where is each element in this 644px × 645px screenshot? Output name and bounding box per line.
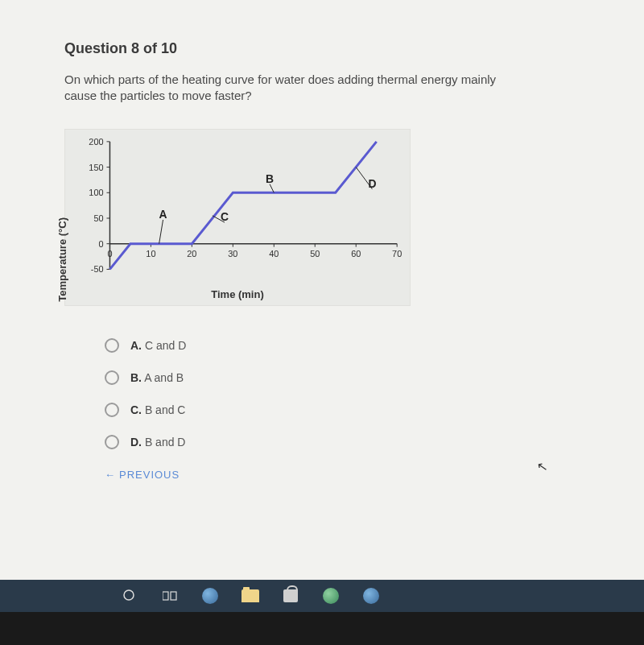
svg-text:40: 40 bbox=[269, 248, 279, 258]
question-title: Question 8 of 10 bbox=[64, 40, 596, 57]
svg-rect-40 bbox=[171, 592, 176, 600]
option-letter: D. bbox=[130, 436, 142, 449]
answer-options: A. C and D B. A and B C. B and C D. B an… bbox=[105, 338, 596, 449]
svg-text:150: 150 bbox=[89, 162, 103, 172]
task-view-icon[interactable] bbox=[161, 587, 179, 605]
svg-text:D: D bbox=[369, 176, 377, 189]
svg-line-33 bbox=[270, 184, 274, 192]
quiz-screen: Question 8 of 10 On which parts of the h… bbox=[0, 0, 644, 612]
radio-icon bbox=[105, 338, 119, 353]
svg-rect-39 bbox=[163, 592, 168, 600]
option-c[interactable]: C. B and C bbox=[105, 403, 596, 417]
option-label: B and D bbox=[145, 436, 186, 449]
svg-text:100: 100 bbox=[89, 188, 103, 197]
arrow-left-icon: ← bbox=[105, 469, 116, 481]
svg-text:10: 10 bbox=[146, 248, 155, 258]
svg-text:200: 200 bbox=[89, 136, 103, 146]
svg-line-31 bbox=[159, 219, 163, 243]
app-icon-2[interactable] bbox=[362, 587, 380, 605]
option-b[interactable]: B. A and B bbox=[105, 370, 596, 385]
svg-point-38 bbox=[124, 590, 134, 600]
radio-icon bbox=[105, 370, 119, 385]
svg-text:B: B bbox=[266, 172, 274, 184]
option-letter: C. bbox=[130, 403, 142, 416]
svg-text:70: 70 bbox=[392, 248, 402, 258]
windows-taskbar[interactable] bbox=[0, 580, 644, 612]
svg-text:60: 60 bbox=[351, 248, 361, 258]
option-letter: B. bbox=[130, 371, 142, 384]
option-d[interactable]: D. B and D bbox=[105, 435, 596, 449]
option-letter: A. bbox=[130, 339, 142, 352]
mouse-cursor-icon: ↖ bbox=[535, 458, 548, 475]
app-icon-1[interactable] bbox=[322, 587, 340, 605]
radio-icon bbox=[105, 435, 119, 449]
svg-text:0: 0 bbox=[98, 238, 103, 248]
chart-svg: -50050100150200010203040506070ABCD bbox=[65, 130, 410, 305]
question-text: On which parts of the heating curve for … bbox=[64, 72, 515, 105]
svg-text:50: 50 bbox=[310, 248, 320, 258]
svg-text:30: 30 bbox=[228, 248, 237, 258]
heating-curve-chart: Temperature (°C) Time (min) -50050100150… bbox=[64, 129, 411, 306]
option-a[interactable]: A. C and D bbox=[105, 338, 596, 353]
option-label: B and C bbox=[145, 403, 186, 416]
radio-icon bbox=[105, 403, 119, 417]
svg-text:A: A bbox=[159, 207, 167, 220]
previous-button[interactable]: ← PREVIOUS bbox=[105, 469, 180, 481]
svg-text:50: 50 bbox=[93, 213, 103, 222]
svg-text:20: 20 bbox=[187, 248, 196, 258]
store-icon[interactable] bbox=[282, 587, 299, 605]
option-label: A and B bbox=[144, 371, 184, 384]
search-icon[interactable] bbox=[121, 587, 138, 605]
svg-text:0: 0 bbox=[107, 248, 112, 258]
edge-icon[interactable] bbox=[201, 587, 219, 605]
previous-label: PREVIOUS bbox=[119, 469, 180, 481]
option-label: C and D bbox=[145, 339, 186, 352]
svg-text:-50: -50 bbox=[91, 264, 104, 274]
file-explorer-icon[interactable] bbox=[242, 587, 259, 605]
